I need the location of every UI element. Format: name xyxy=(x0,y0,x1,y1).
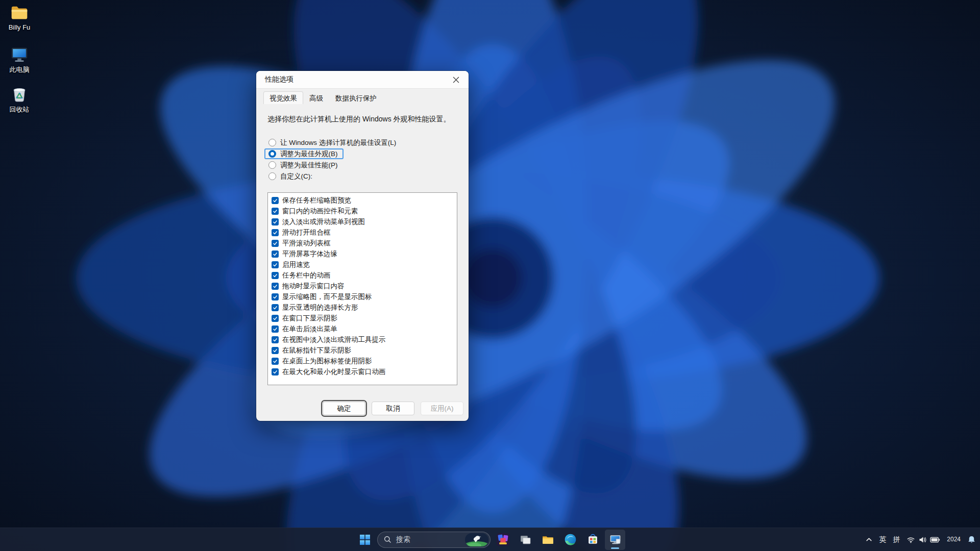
apply-button[interactable]: 应用(A) xyxy=(421,402,463,415)
checkbox-checked-icon[interactable] xyxy=(272,336,279,343)
radio-best-appearance[interactable]: 调整为最佳外观(B) xyxy=(264,148,344,159)
taskbar-app-store[interactable] xyxy=(582,530,603,550)
desktop-icon-recycle-bin[interactable]: 回收站 xyxy=(0,85,39,114)
checkbox-label: 窗口内的动画控件和元素 xyxy=(282,207,358,216)
wifi-icon xyxy=(906,536,915,544)
checkbox-checked-icon[interactable] xyxy=(272,251,279,258)
desktop-icon-billy-fu[interactable]: Billy Fu xyxy=(0,3,39,31)
ime-mode-indicator[interactable]: 拼 xyxy=(893,535,900,544)
checkbox-label: 淡入淡出或滑动菜单到视图 xyxy=(282,217,365,227)
checkbox-checked-icon[interactable] xyxy=(272,293,279,300)
active-app-indicator xyxy=(611,547,619,549)
tab-strip: 视觉效果 高级 数据执行保护 xyxy=(256,88,469,104)
checkbox-label: 启用速览 xyxy=(282,260,310,269)
checkbox-item[interactable]: 滑动打开组合框 xyxy=(272,227,457,238)
checkbox-label: 平滑滚动列表框 xyxy=(282,239,331,248)
desktop-icon-this-pc[interactable]: 此电脑 xyxy=(0,45,39,74)
taskbar-app-windows-stack[interactable] xyxy=(515,530,535,550)
taskbar-app-system-properties-active[interactable] xyxy=(605,530,625,550)
tray-chevron-up-icon[interactable] xyxy=(866,536,872,543)
microsoft-store-icon xyxy=(586,533,599,546)
notification-bell-icon[interactable] xyxy=(967,535,976,544)
radio-label: 调整为最佳性能(P) xyxy=(280,161,338,170)
taskbar-app-file-explorer[interactable] xyxy=(537,530,558,550)
taskbar-clock[interactable]: 2024 xyxy=(947,536,961,543)
close-icon[interactable] xyxy=(448,73,463,86)
checkbox-checked-icon[interactable] xyxy=(272,261,279,268)
checkbox-checked-icon[interactable] xyxy=(272,368,279,375)
file-explorer-icon xyxy=(542,533,554,546)
radio-label: 让 Windows 选择计算机的最佳设置(L) xyxy=(280,138,396,147)
recycle-bin-icon xyxy=(10,85,29,104)
checkbox-label: 平滑屏幕字体边缘 xyxy=(282,249,337,259)
checkbox-item[interactable]: 启用速览 xyxy=(272,259,457,270)
search-icon xyxy=(384,536,391,543)
this-pc-icon xyxy=(10,45,29,64)
checkbox-item[interactable]: 任务栏中的动画 xyxy=(272,270,457,281)
checkbox-label: 显示缩略图，而不是显示图标 xyxy=(282,292,372,302)
checkbox-checked-icon[interactable] xyxy=(272,197,279,204)
tab-advanced[interactable]: 高级 xyxy=(303,91,329,104)
radio-selected-icon[interactable] xyxy=(268,150,276,158)
windows-logo-icon xyxy=(359,534,371,545)
checkbox-label: 在桌面上为图标标签使用阴影 xyxy=(282,357,372,366)
checkbox-checked-icon[interactable] xyxy=(272,315,279,322)
checkbox-label: 滑动打开组合框 xyxy=(282,228,331,237)
start-button[interactable] xyxy=(355,530,375,550)
tab-dep[interactable]: 数据执行保护 xyxy=(329,91,383,104)
search-highlight-image xyxy=(465,533,488,546)
radio-icon[interactable] xyxy=(268,139,276,146)
checkbox-item[interactable]: 拖动时显示窗口内容 xyxy=(272,281,457,291)
checkbox-checked-icon[interactable] xyxy=(272,304,279,311)
visual-effects-list[interactable]: 保存任务栏缩略图预览 窗口内的动画控件和元素 淡入淡出或滑动菜单到视图 滑动打开… xyxy=(267,192,457,385)
checkbox-checked-icon[interactable] xyxy=(272,358,279,365)
checkbox-item[interactable]: 保存任务栏缩略图预览 xyxy=(272,195,457,206)
checkbox-checked-icon[interactable] xyxy=(272,283,279,290)
edge-browser-icon xyxy=(564,533,577,546)
desktop-icon-label: Billy Fu xyxy=(0,23,39,31)
checkbox-item[interactable]: 在视图中淡入淡出或滑动工具提示 xyxy=(272,334,457,345)
radio-let-windows-choose[interactable]: 让 Windows 选择计算机的最佳设置(L) xyxy=(264,137,402,148)
checkbox-item[interactable]: 显示缩略图，而不是显示图标 xyxy=(272,291,457,302)
dialog-titlebar[interactable]: 性能选项 xyxy=(256,71,469,88)
taskbar-app-edge[interactable] xyxy=(560,530,580,550)
search-input[interactable]: 搜索 xyxy=(377,532,491,548)
radio-label: 自定义(C): xyxy=(280,172,312,181)
checkbox-checked-icon[interactable] xyxy=(272,229,279,236)
radio-group: 让 Windows 选择计算机的最佳设置(L) 调整为最佳外观(B) 调整为最佳… xyxy=(264,137,469,182)
cancel-button[interactable]: 取消 xyxy=(372,402,414,415)
ime-language-indicator[interactable]: 英 xyxy=(879,535,886,544)
checkbox-item[interactable]: 平滑滚动列表框 xyxy=(272,238,457,248)
checkbox-checked-icon[interactable] xyxy=(272,347,279,354)
checkbox-checked-icon[interactable] xyxy=(272,272,279,279)
checkbox-item[interactable]: 在单击后淡出菜单 xyxy=(272,323,457,334)
taskbar-app-colorful[interactable] xyxy=(493,530,513,550)
checkbox-item[interactable]: 显示亚透明的选择长方形 xyxy=(272,302,457,313)
checkbox-item[interactable]: 窗口内的动画控件和元素 xyxy=(272,206,457,216)
checkbox-item[interactable]: 淡入淡出或滑动菜单到视图 xyxy=(272,216,457,227)
network-volume-battery-cluster[interactable] xyxy=(906,536,940,544)
checkbox-item[interactable]: 在鼠标指针下显示阴影 xyxy=(272,345,457,356)
radio-icon[interactable] xyxy=(268,172,276,180)
checkbox-item[interactable]: 在桌面上为图标标签使用阴影 xyxy=(272,356,457,366)
radio-icon[interactable] xyxy=(268,161,276,169)
radio-custom[interactable]: 自定义(C): xyxy=(264,171,318,182)
checkbox-checked-icon[interactable] xyxy=(272,325,279,333)
checkbox-label: 保存任务栏缩略图预览 xyxy=(282,196,351,205)
checkbox-label: 在鼠标指针下显示阴影 xyxy=(282,346,351,355)
stacked-windows-icon xyxy=(519,533,532,546)
checkbox-item[interactable]: 在窗口下显示阴影 xyxy=(272,313,457,323)
checkbox-item[interactable]: 平滑屏幕字体边缘 xyxy=(272,248,457,259)
tab-visual-effects[interactable]: 视觉效果 xyxy=(263,91,303,104)
radio-best-performance[interactable]: 调整为最佳性能(P) xyxy=(264,160,344,170)
checkbox-checked-icon[interactable] xyxy=(272,218,279,226)
checkbox-label: 显示亚透明的选择长方形 xyxy=(282,303,358,312)
colorful-app-icon xyxy=(497,533,509,546)
checkbox-item[interactable]: 在最大化和最小化时显示窗口动画 xyxy=(272,366,457,377)
ok-button[interactable]: 确定 xyxy=(323,402,365,415)
checkbox-checked-icon[interactable] xyxy=(272,240,279,247)
checkbox-checked-icon[interactable] xyxy=(272,208,279,215)
wallpaper-bloom xyxy=(0,0,980,551)
battery-icon xyxy=(930,536,940,544)
dialog-title: 性能选项 xyxy=(265,75,448,84)
